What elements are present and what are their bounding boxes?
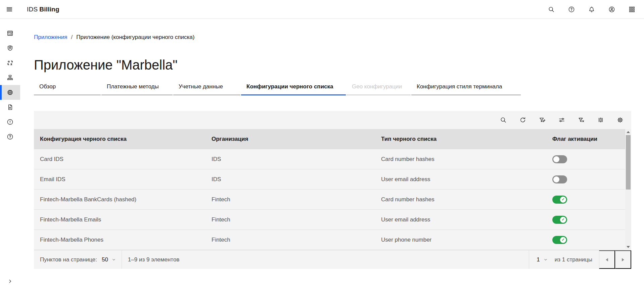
sidenav-item-documents[interactable]: [0, 100, 20, 115]
table-search-icon[interactable]: [494, 112, 513, 128]
sidenav-item-applications[interactable]: [0, 85, 20, 100]
search-icon[interactable]: [541, 0, 561, 18]
cell-config: Email IDS: [34, 169, 205, 189]
activation-toggle[interactable]: [552, 196, 567, 204]
account-icon[interactable]: [602, 0, 622, 18]
breadcrumb-current: Приложение (конфигурации черного списка): [76, 34, 194, 41]
page-title: Приложение "Marbella": [34, 57, 178, 73]
tab-credentials[interactable]: Учетные данные: [173, 79, 240, 95]
breadcrumb-link-applications[interactable]: Приложения: [34, 34, 67, 41]
tab-payment-methods[interactable]: Платежные методы: [101, 79, 173, 95]
settings-adjust-icon[interactable]: [552, 112, 571, 128]
brand-prefix: IDS: [27, 6, 38, 13]
pages-total-text: из 1 страницы: [553, 256, 599, 263]
toggle-knob: [560, 197, 566, 203]
dashboard-icon: [7, 30, 13, 37]
cell-organization: Fintech: [205, 210, 375, 230]
filter-edit-icon[interactable]: [533, 112, 552, 128]
previous-page-button[interactable]: [599, 250, 615, 269]
cell-organization: IDS: [205, 169, 375, 189]
sidenav-item-security[interactable]: [0, 41, 20, 55]
tab-label: Конфигурации черного списка: [246, 83, 333, 90]
app-header: IDSBilling: [0, 0, 644, 19]
table-row: Fintech-Marbella Phones Fintech User pho…: [34, 230, 625, 250]
tab-geo-configs: Geo конфигурации: [347, 79, 411, 95]
refresh-icon[interactable]: [513, 112, 533, 128]
tab-label: Конфигурация стиля терминала: [417, 83, 502, 90]
cell-type: Card number hashes: [375, 190, 546, 209]
chevron-down-icon: [543, 257, 548, 262]
pagination-range-text: 1–9 из 9 элементов: [122, 256, 180, 263]
menu-icon[interactable]: [0, 0, 19, 18]
cell-type: User phone number: [375, 230, 546, 250]
sidenav-item-hierarchy[interactable]: [0, 70, 20, 85]
security-shield-icon: [7, 45, 13, 51]
items-per-page-label: Пунктов на странице:: [34, 256, 97, 263]
tab-label: Geo конфигурации: [352, 83, 402, 90]
side-nav: [0, 19, 20, 290]
sidenav-item-incidents[interactable]: [0, 115, 20, 129]
document-icon: [7, 104, 13, 111]
filter-remove-icon[interactable]: [571, 112, 591, 128]
table-row: Fintech-Marbella Emails Fintech User ema…: [34, 210, 625, 230]
table-header-row: Конфигурация черного списка Организация …: [34, 129, 625, 149]
scrollbar-thumb[interactable]: [626, 135, 631, 190]
cell-organization: Fintech: [205, 230, 375, 250]
sidenav-item-transliterate[interactable]: [0, 55, 20, 70]
network-hierarchy-icon: [7, 74, 13, 81]
app-switcher-icon[interactable]: [622, 0, 642, 18]
tab-label: Обзор: [39, 83, 56, 90]
activation-toggle[interactable]: [552, 175, 567, 183]
cell-config: Fintech-Marbella Phones: [34, 230, 205, 250]
data-table: Конфигурация черного списка Организация …: [34, 111, 631, 269]
chip-icon: [7, 89, 13, 96]
next-page-button[interactable]: [615, 250, 631, 269]
activation-toggle[interactable]: [552, 155, 567, 163]
table-row: Fintech-Marbella BankCards (hashed) Fint…: [34, 190, 625, 210]
cell-organization: IDS: [205, 149, 375, 169]
page-number-value: 1: [537, 256, 540, 263]
column-header-organization: Организация: [205, 129, 375, 149]
sort-az-icon: [7, 59, 13, 66]
tab-terminal-style[interactable]: Конфигурация стиля терминала: [411, 79, 521, 95]
activation-toggle[interactable]: [552, 236, 567, 244]
brand-name: Billing: [39, 6, 59, 13]
warning-icon: [7, 119, 13, 125]
sidenav-item-support[interactable]: [0, 129, 20, 144]
cell-config: Fintech-Marbella BankCards (hashed): [34, 190, 205, 209]
table-row: Card IDS IDS Card number hashes: [34, 149, 625, 169]
cell-type: User email address: [375, 210, 546, 230]
header-actions: [541, 0, 644, 18]
help-icon[interactable]: [561, 0, 582, 18]
help-circle-icon: [7, 133, 13, 140]
scroll-down-arrow[interactable]: [625, 245, 631, 249]
tab-label: Учетные данные: [179, 83, 223, 90]
tab-bar: Обзор Платежные методы Учетные данные Ко…: [34, 79, 521, 95]
cell-config: Fintech-Marbella Emails: [34, 210, 205, 230]
sidenav-expand-button[interactable]: [0, 274, 20, 289]
app-brand[interactable]: IDSBilling: [27, 6, 59, 13]
cell-config: Card IDS: [34, 149, 205, 169]
notifications-icon[interactable]: [582, 0, 602, 18]
items-per-page-select[interactable]: 50: [97, 250, 122, 269]
pagination-bar: Пунктов на странице: 50 1–9 из 9 элемент…: [34, 250, 631, 269]
tab-label: Платежные методы: [107, 83, 159, 90]
chevron-right-icon: [7, 278, 13, 284]
page-number-select[interactable]: 1: [529, 250, 552, 269]
table-scrollbar[interactable]: [625, 129, 631, 250]
column-header-activation: Флаг активации: [546, 129, 625, 149]
column-header-config: Конфигурация черного списка: [34, 129, 205, 149]
activation-toggle[interactable]: [552, 216, 567, 224]
column-header-type: Тип черного списка: [375, 129, 546, 149]
tab-overview[interactable]: Обзор: [34, 79, 101, 95]
toggle-knob: [560, 217, 566, 223]
caret-left-icon: [606, 258, 608, 261]
cell-type: User email address: [375, 169, 546, 189]
sidenav-item-dashboard[interactable]: [0, 26, 20, 41]
scroll-up-arrow[interactable]: [625, 130, 631, 134]
table-row: Email IDS IDS User email address: [34, 169, 625, 190]
settings-gear-icon[interactable]: [610, 112, 630, 128]
tab-blacklist-configs[interactable]: Конфигурации черного списка: [241, 79, 346, 95]
toggle-knob: [553, 176, 559, 182]
column-icon[interactable]: [591, 112, 610, 128]
